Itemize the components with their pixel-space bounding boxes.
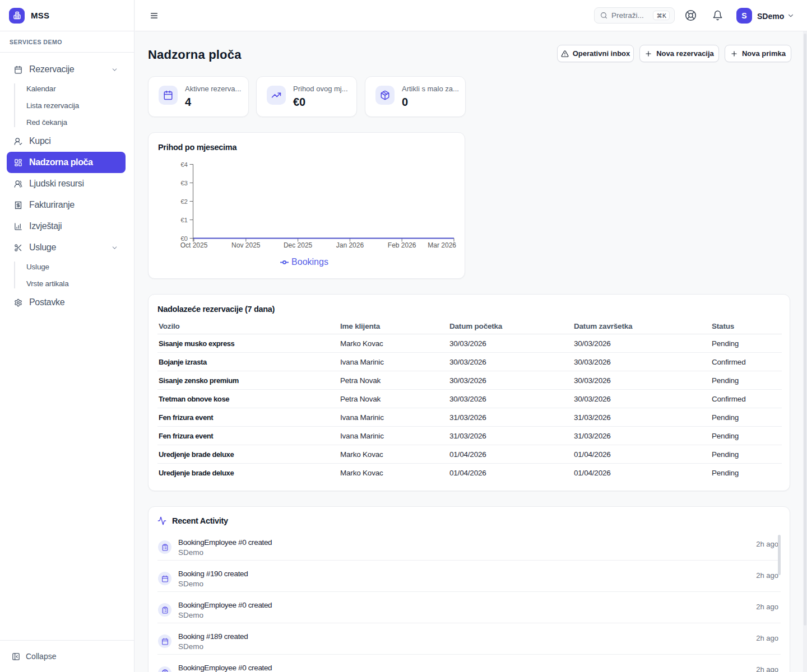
- svg-text:Feb 2026: Feb 2026: [388, 241, 416, 249]
- svg-text:€1: €1: [180, 217, 188, 223]
- svg-text:Jan 2026: Jan 2026: [336, 241, 364, 249]
- svg-text:Oct 2025: Oct 2025: [180, 241, 208, 249]
- svg-text:€3: €3: [180, 180, 188, 186]
- svg-text:Mar 2026: Mar 2026: [428, 241, 456, 249]
- svg-text:Dec 2025: Dec 2025: [284, 241, 313, 249]
- svg-text:Nov 2025: Nov 2025: [231, 241, 261, 249]
- svg-text:€2: €2: [180, 198, 188, 205]
- svg-text:€0: €0: [180, 235, 188, 242]
- svg-text:€4: €4: [180, 161, 188, 168]
